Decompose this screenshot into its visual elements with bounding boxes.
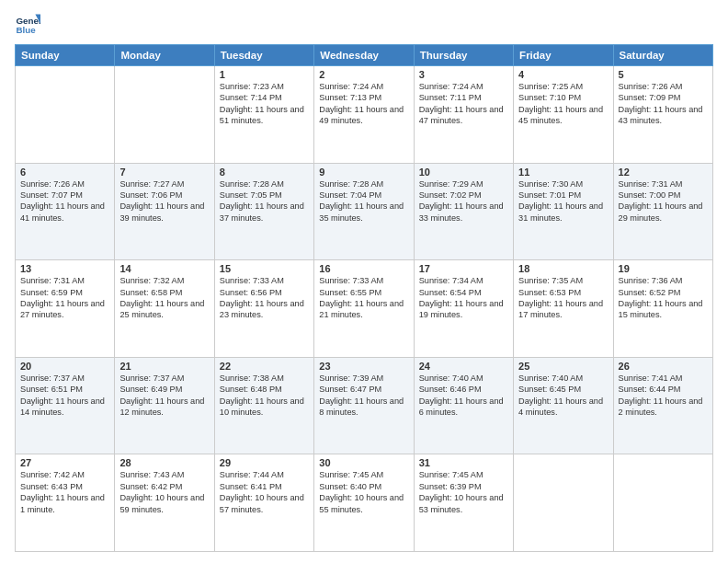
- day-number: 31: [419, 457, 508, 468]
- day-number: 8: [220, 167, 309, 178]
- day-info: Sunrise: 7:26 AMSunset: 7:09 PMDaylight:…: [619, 81, 708, 127]
- calendar-table: SundayMondayTuesdayWednesdayThursdayFrid…: [15, 44, 713, 552]
- day-cell: 4Sunrise: 7:25 AMSunset: 7:10 PMDaylight…: [514, 66, 613, 164]
- day-info: Sunrise: 7:31 AMSunset: 6:59 PMDaylight:…: [20, 275, 109, 321]
- day-number: 24: [419, 361, 508, 372]
- day-cell: 27Sunrise: 7:42 AMSunset: 6:43 PMDayligh…: [16, 454, 115, 552]
- day-number: 10: [419, 167, 508, 178]
- day-info: Sunrise: 7:41 AMSunset: 6:44 PMDaylight:…: [619, 373, 708, 419]
- day-cell: 2Sunrise: 7:24 AMSunset: 7:13 PMDaylight…: [314, 66, 414, 164]
- day-info: Sunrise: 7:33 AMSunset: 6:55 PMDaylight:…: [319, 275, 408, 321]
- day-number: 12: [619, 167, 708, 178]
- day-info: Sunrise: 7:38 AMSunset: 6:48 PMDaylight:…: [220, 373, 309, 419]
- day-info: Sunrise: 7:37 AMSunset: 6:51 PMDaylight:…: [20, 373, 109, 419]
- day-info: Sunrise: 7:35 AMSunset: 6:53 PMDaylight:…: [518, 275, 608, 321]
- day-headers-row: SundayMondayTuesdayWednesdayThursdayFrid…: [16, 45, 713, 66]
- day-info: Sunrise: 7:45 AMSunset: 6:40 PMDaylight:…: [319, 469, 408, 515]
- page: General Blue SundayMondayTuesdayWednesda…: [0, 0, 728, 563]
- day-cell: 26Sunrise: 7:41 AMSunset: 6:44 PMDayligh…: [613, 357, 712, 454]
- day-cell: 29Sunrise: 7:44 AMSunset: 6:41 PMDayligh…: [214, 454, 313, 552]
- day-info: Sunrise: 7:24 AMSunset: 7:11 PMDaylight:…: [419, 81, 508, 127]
- day-cell: 3Sunrise: 7:24 AMSunset: 7:11 PMDaylight…: [414, 66, 513, 164]
- day-number: 3: [419, 69, 508, 80]
- day-info: Sunrise: 7:37 AMSunset: 6:49 PMDaylight:…: [119, 373, 209, 419]
- day-number: 26: [619, 361, 708, 372]
- day-header-monday: Monday: [115, 45, 214, 66]
- day-info: Sunrise: 7:30 AMSunset: 7:01 PMDaylight:…: [518, 178, 608, 224]
- day-info: Sunrise: 7:27 AMSunset: 7:06 PMDaylight:…: [119, 178, 209, 224]
- day-info: Sunrise: 7:28 AMSunset: 7:05 PMDaylight:…: [220, 178, 309, 224]
- day-number: 29: [220, 457, 309, 468]
- day-cell: [613, 454, 712, 552]
- day-number: 30: [319, 457, 408, 468]
- day-number: 19: [619, 263, 708, 274]
- day-cell: 25Sunrise: 7:40 AMSunset: 6:45 PMDayligh…: [514, 357, 613, 454]
- day-info: Sunrise: 7:40 AMSunset: 6:46 PMDaylight:…: [419, 373, 508, 419]
- day-cell: 5Sunrise: 7:26 AMSunset: 7:09 PMDaylight…: [613, 66, 712, 164]
- day-info: Sunrise: 7:40 AMSunset: 6:45 PMDaylight:…: [518, 373, 608, 419]
- logo-icon: General Blue: [15, 11, 40, 37]
- day-number: 9: [319, 167, 408, 178]
- day-cell: 20Sunrise: 7:37 AMSunset: 6:51 PMDayligh…: [16, 357, 115, 454]
- day-info: Sunrise: 7:29 AMSunset: 7:02 PMDaylight:…: [419, 178, 508, 224]
- week-row-5: 27Sunrise: 7:42 AMSunset: 6:43 PMDayligh…: [16, 454, 713, 552]
- day-cell: 24Sunrise: 7:40 AMSunset: 6:46 PMDayligh…: [414, 357, 513, 454]
- day-number: 7: [119, 167, 209, 178]
- day-header-thursday: Thursday: [414, 45, 513, 66]
- day-info: Sunrise: 7:44 AMSunset: 6:41 PMDaylight:…: [220, 469, 309, 515]
- day-number: 6: [20, 167, 109, 178]
- week-row-2: 6Sunrise: 7:26 AMSunset: 7:07 PMDaylight…: [16, 163, 713, 260]
- day-cell: 30Sunrise: 7:45 AMSunset: 6:40 PMDayligh…: [314, 454, 414, 552]
- day-number: 20: [20, 361, 109, 372]
- day-info: Sunrise: 7:36 AMSunset: 6:52 PMDaylight:…: [619, 275, 708, 321]
- day-cell: 8Sunrise: 7:28 AMSunset: 7:05 PMDaylight…: [214, 163, 313, 260]
- day-number: 28: [119, 457, 209, 468]
- logo: General Blue: [15, 11, 40, 37]
- day-info: Sunrise: 7:33 AMSunset: 6:56 PMDaylight:…: [220, 275, 309, 321]
- day-info: Sunrise: 7:24 AMSunset: 7:13 PMDaylight:…: [319, 81, 408, 127]
- day-cell: 15Sunrise: 7:33 AMSunset: 6:56 PMDayligh…: [214, 260, 313, 358]
- day-cell: 7Sunrise: 7:27 AMSunset: 7:06 PMDaylight…: [115, 163, 214, 260]
- day-cell: 11Sunrise: 7:30 AMSunset: 7:01 PMDayligh…: [514, 163, 613, 260]
- day-cell: 22Sunrise: 7:38 AMSunset: 6:48 PMDayligh…: [214, 357, 313, 454]
- day-info: Sunrise: 7:43 AMSunset: 6:42 PMDaylight:…: [119, 469, 209, 515]
- week-row-3: 13Sunrise: 7:31 AMSunset: 6:59 PMDayligh…: [16, 260, 713, 358]
- day-header-wednesday: Wednesday: [314, 45, 414, 66]
- day-cell: 10Sunrise: 7:29 AMSunset: 7:02 PMDayligh…: [414, 163, 513, 260]
- day-info: Sunrise: 7:45 AMSunset: 6:39 PMDaylight:…: [419, 469, 508, 515]
- day-number: 5: [619, 69, 708, 80]
- day-cell: [115, 66, 214, 164]
- day-cell: 14Sunrise: 7:32 AMSunset: 6:58 PMDayligh…: [115, 260, 214, 358]
- day-number: 2: [319, 69, 408, 80]
- day-cell: 23Sunrise: 7:39 AMSunset: 6:47 PMDayligh…: [314, 357, 414, 454]
- day-info: Sunrise: 7:26 AMSunset: 7:07 PMDaylight:…: [20, 178, 109, 224]
- day-cell: 21Sunrise: 7:37 AMSunset: 6:49 PMDayligh…: [115, 357, 214, 454]
- day-info: Sunrise: 7:25 AMSunset: 7:10 PMDaylight:…: [518, 81, 608, 127]
- day-cell: 1Sunrise: 7:23 AMSunset: 7:14 PMDaylight…: [214, 66, 313, 164]
- day-cell: 6Sunrise: 7:26 AMSunset: 7:07 PMDaylight…: [16, 163, 115, 260]
- day-cell: [16, 66, 115, 164]
- day-number: 22: [220, 361, 309, 372]
- day-number: 16: [319, 263, 408, 274]
- day-cell: 28Sunrise: 7:43 AMSunset: 6:42 PMDayligh…: [115, 454, 214, 552]
- header: General Blue: [15, 11, 713, 37]
- week-row-1: 1Sunrise: 7:23 AMSunset: 7:14 PMDaylight…: [16, 66, 713, 164]
- day-header-sunday: Sunday: [16, 45, 115, 66]
- week-row-4: 20Sunrise: 7:37 AMSunset: 6:51 PMDayligh…: [16, 357, 713, 454]
- day-cell: 31Sunrise: 7:45 AMSunset: 6:39 PMDayligh…: [414, 454, 513, 552]
- day-header-saturday: Saturday: [613, 45, 712, 66]
- svg-text:Blue: Blue: [16, 25, 36, 35]
- day-info: Sunrise: 7:23 AMSunset: 7:14 PMDaylight:…: [220, 81, 309, 127]
- day-cell: 19Sunrise: 7:36 AMSunset: 6:52 PMDayligh…: [613, 260, 712, 358]
- day-number: 25: [518, 361, 608, 372]
- day-cell: 13Sunrise: 7:31 AMSunset: 6:59 PMDayligh…: [16, 260, 115, 358]
- day-cell: [514, 454, 613, 552]
- day-number: 27: [20, 457, 109, 468]
- day-info: Sunrise: 7:28 AMSunset: 7:04 PMDaylight:…: [319, 178, 408, 224]
- day-info: Sunrise: 7:34 AMSunset: 6:54 PMDaylight:…: [419, 275, 508, 321]
- day-cell: 16Sunrise: 7:33 AMSunset: 6:55 PMDayligh…: [314, 260, 414, 358]
- day-number: 21: [119, 361, 209, 372]
- day-cell: 17Sunrise: 7:34 AMSunset: 6:54 PMDayligh…: [414, 260, 513, 358]
- day-number: 23: [319, 361, 408, 372]
- day-cell: 9Sunrise: 7:28 AMSunset: 7:04 PMDaylight…: [314, 163, 414, 260]
